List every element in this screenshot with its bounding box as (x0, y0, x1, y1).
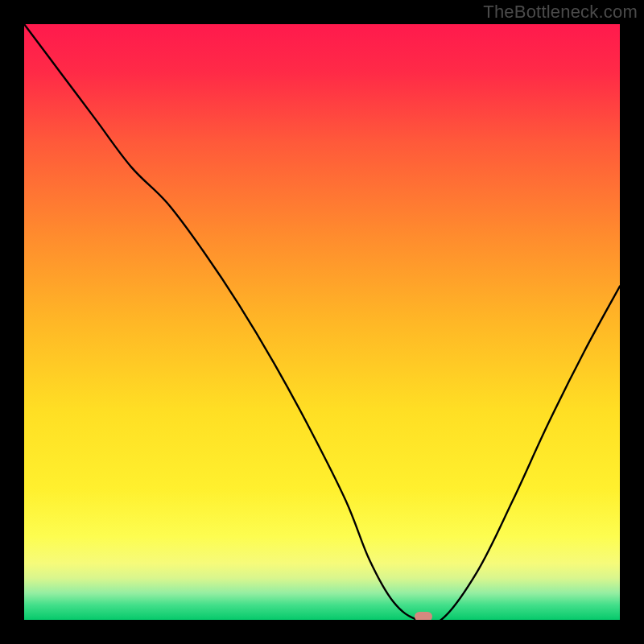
chart-frame: TheBottleneck.com (0, 0, 644, 644)
watermark-text: TheBottleneck.com (483, 2, 638, 23)
plot-area (24, 24, 620, 620)
bottleneck-line (24, 24, 620, 620)
optimal-marker (415, 612, 432, 620)
